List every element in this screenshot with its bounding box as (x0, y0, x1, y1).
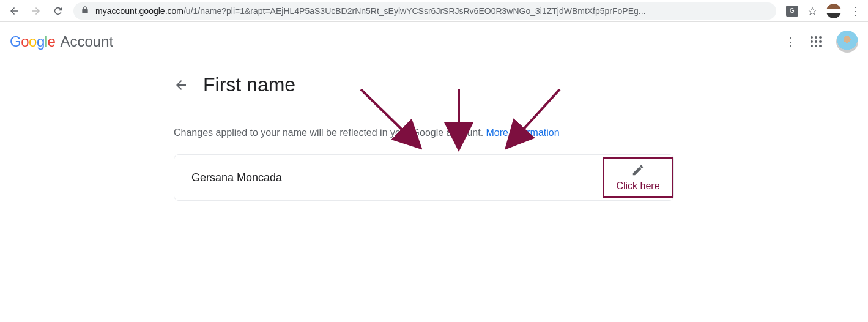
page-options-icon[interactable]: ⋮ (785, 35, 796, 48)
chrome-profile-avatar[interactable] (826, 4, 841, 18)
account-word: Account (60, 33, 113, 50)
page-title: First name (203, 73, 295, 96)
description-text: Changes applied to your name will be ref… (174, 127, 486, 138)
forward-button[interactable] (31, 6, 42, 17)
content: Changes applied to your name will be ref… (0, 110, 868, 201)
google-apps-icon[interactable] (811, 36, 822, 47)
bookmark-star-icon[interactable]: ☆ (807, 4, 818, 18)
lock-icon (81, 6, 89, 16)
logo-letter: o (29, 33, 37, 50)
description-row: Changes applied to your name will be ref… (174, 127, 868, 138)
page-back-button[interactable] (174, 78, 188, 92)
logo-letter: g (37, 33, 45, 50)
more-information-link[interactable]: More information (486, 127, 560, 138)
reload-button[interactable] (53, 6, 64, 17)
account-avatar[interactable] (836, 31, 858, 53)
back-button[interactable] (9, 6, 20, 17)
title-row: First name (0, 61, 868, 110)
name-value: Gersana Moncada (191, 171, 282, 184)
browser-chrome: myaccount.google.com/u/1/name?pli=1&rapt… (0, 0, 868, 22)
name-card[interactable]: Gersana Moncada Click here (174, 154, 674, 201)
url-host: myaccount.google.com (95, 6, 184, 16)
logo-letter: o (21, 33, 29, 50)
chrome-menu-icon[interactable]: ⋮ (850, 4, 859, 18)
nav-icons (9, 6, 64, 17)
edit-pencil-icon[interactable] (631, 163, 645, 179)
chrome-right: G ☆ ⋮ (786, 4, 859, 18)
google-logo[interactable]: Google Account (10, 33, 113, 50)
translate-icon[interactable]: G (786, 6, 798, 17)
google-header: Google Account ⋮ (0, 22, 868, 61)
logo-letter: e (48, 33, 56, 50)
logo-letter: G (10, 33, 21, 50)
google-header-right: ⋮ (785, 31, 858, 53)
annotation-box: Click here (603, 157, 673, 198)
annotation-label: Click here (616, 181, 659, 192)
address-bar[interactable]: myaccount.google.com/u/1/name?pli=1&rapt… (73, 2, 776, 20)
url-text: myaccount.google.com/u/1/name?pli=1&rapt… (95, 6, 646, 16)
url-path: /u/1/name?pli=1&rapt=AEjHL4P5aS3UcBD2rNn… (184, 6, 646, 16)
